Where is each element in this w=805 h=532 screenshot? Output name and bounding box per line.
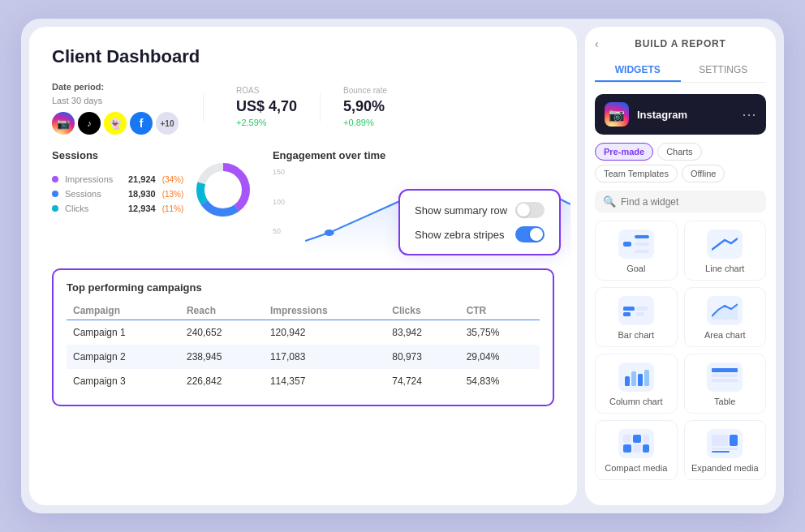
divider [203,93,204,122]
search-input[interactable] [621,196,758,208]
svg-rect-17 [644,370,649,386]
widget-label-bar: Bar chart [618,330,654,340]
panel-tabs: WIDGETS SETTINGS [595,59,766,83]
social-icons: 📷 ♪ 👻 f +10 [52,112,179,135]
col-clicks: Clicks [385,302,459,320]
col-impressions: Impressions [264,302,385,320]
snapchat-icon[interactable]: 👻 [104,112,127,135]
left-panel: Client Dashboard Date period: Last 30 da… [29,27,577,505]
widget-card-compact[interactable]: Compact media [595,420,678,480]
table-row: Campaign 1240,652120,94283,94235,75% [67,320,540,345]
instagram-widget[interactable]: 📷 Instagram ⋯ [595,94,766,135]
dashboard-title: Client Dashboard [52,46,554,67]
svg-rect-7 [635,242,649,246]
widget-card-table[interactable]: Table [684,354,767,414]
summary-label: Show summary row [415,204,507,217]
goal-widget-icon [618,230,654,259]
line-widget-icon [707,230,743,259]
instagram-icon[interactable]: 📷 [52,112,75,135]
sessions-metrics: Impressions 21,924 (34%) Sessions 18,930… [52,174,183,213]
pill-offline[interactable]: Offline [682,165,725,182]
svg-rect-29 [712,448,738,450]
summary-toggle-row: Show summary row [415,202,545,218]
campaigns-section: Top performing campaigns Campaign Reach … [52,268,554,406]
col-ctr: CTR [460,302,540,320]
pill-premade[interactable]: Pre-made [595,143,653,161]
ig-dots-menu[interactable]: ⋯ [742,105,756,123]
widget-label-expanded: Expanded media [691,463,759,473]
widget-card-goal[interactable]: Goal [595,221,678,281]
sessions-title: Sessions [52,149,253,161]
widget-card-area[interactable]: Area chart [684,287,767,347]
dot-cyan [52,205,58,212]
tab-widgets[interactable]: WIDGETS [595,59,681,82]
campaigns-table: Campaign Reach Impressions Clicks CTR Ca… [67,302,540,393]
column-widget-icon [618,363,654,392]
svg-rect-10 [623,312,631,316]
table-row: Campaign 3226,842114,35774,72454,83% [67,369,540,393]
col-reach: Reach [180,302,264,320]
ig-icon: 📷 [605,102,629,127]
panel-header: ‹ BUILD A REPORT [595,38,766,49]
expanded-widget-icon [707,429,743,458]
svg-rect-27 [712,435,728,446]
zebra-label: Show zebra stripes [415,229,505,241]
svg-rect-14 [625,376,630,386]
svg-rect-5 [623,242,631,247]
sessions-panel: Sessions Impressions 21,924 (34%) Sessio… [52,149,253,257]
tab-settings[interactable]: SETTINGS [681,59,767,82]
date-period: Date period: Last 30 days 📷 ♪ 👻 f +10 [52,80,179,135]
metrics-bar: ROAS US$ 4,70 +2.59% Bounce rate 5,90% +… [236,85,387,130]
widget-card-expanded[interactable]: Expanded media [684,420,767,480]
svg-point-4 [325,230,334,236]
dot-purple [52,176,58,182]
widget-grid: Goal Line chart Bar chart Area chart Col… [595,221,766,480]
svg-rect-9 [623,307,635,311]
widget-card-column[interactable]: Column chart [595,354,678,414]
bar-widget-icon [618,296,654,325]
svg-rect-15 [631,371,636,386]
widget-card-line[interactable]: Line chart [684,221,767,281]
search-bar: 🔍 [595,191,766,212]
tiktok-icon[interactable]: ♪ [78,112,101,135]
svg-rect-25 [633,444,641,453]
col-campaign: Campaign [67,302,180,320]
app-wrapper: Client Dashboard Date period: Last 30 da… [21,19,784,513]
panel-title: BUILD A REPORT [635,38,725,49]
svg-rect-30 [712,451,730,453]
svg-rect-19 [712,374,738,377]
pill-charts[interactable]: Charts [657,143,701,161]
ig-name: Instagram [637,109,734,121]
more-socials[interactable]: +10 [156,112,179,135]
svg-rect-8 [635,250,649,253]
svg-rect-26 [643,444,649,453]
donut-chart [195,161,252,218]
table-row: Campaign 2238,945117,08380,97329,04% [67,345,540,369]
back-button[interactable]: ‹ [595,37,599,50]
tooltip-popup: Show summary row Show zebra stripes [398,189,561,255]
session-clicks: Clicks 12,934 (11%) [52,204,183,213]
toggle-knob-on [530,228,543,241]
svg-rect-23 [643,435,649,443]
svg-rect-21 [623,435,631,443]
svg-rect-6 [635,235,649,238]
divider2 [320,92,321,122]
campaigns-title: Top performing campaigns [67,281,540,294]
widget-label-table: Table [714,397,735,406]
toggle-knob-off [517,204,530,217]
pill-templates[interactable]: Team Templates [595,165,678,182]
top-bar: Date period: Last 30 days 📷 ♪ 👻 f +10 RO… [52,80,554,135]
widget-label-column: Column chart [609,397,662,406]
facebook-icon[interactable]: f [130,112,153,135]
svg-rect-22 [633,435,641,443]
widget-label-goal: Goal [626,264,645,273]
area-widget-icon [707,296,743,325]
svg-rect-11 [636,307,648,311]
zebra-toggle[interactable] [515,226,545,242]
widget-card-bar[interactable]: Bar chart [595,287,678,347]
right-panel: ‹ BUILD A REPORT WIDGETS SETTINGS 📷 Inst… [585,27,776,505]
metric-roas: ROAS US$ 4,70 +2.59% [236,85,297,130]
filter-pills: Pre-made Charts Team Templates Offline [595,143,766,182]
summary-toggle[interactable] [515,202,545,218]
session-impressions: Impressions 21,924 (34%) [52,174,183,184]
